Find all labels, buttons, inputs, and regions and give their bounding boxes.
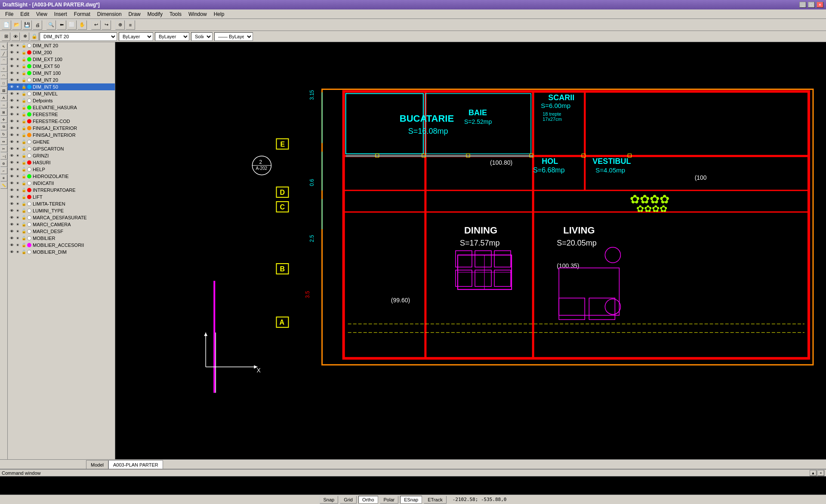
tab-a003[interactable]: A003-PLAN PARTER [108, 460, 163, 469]
menu-help[interactable]: Help [210, 10, 228, 18]
layer-row[interactable]: 👁 ☀ 🔓 DIM_EXT 50 [8, 63, 115, 70]
arc-button[interactable]: ◠ [0, 72, 7, 79]
svg-text:A: A [279, 319, 284, 326]
circle-button[interactable]: ○ [0, 65, 7, 72]
layer-row[interactable]: 👁 ☀ 🔓 MARCI_DESF [8, 228, 115, 235]
close-button[interactable]: × [817, 2, 823, 8]
layer-row[interactable]: 👁 ☀ 🔓 ELEVATIE_HASURA [8, 104, 115, 111]
linetype-dropdown[interactable]: ByLayer [155, 32, 189, 41]
minimize-button[interactable]: _ [799, 2, 806, 8]
layer-row-selected[interactable]: 👁 ☀ 🔓 DIM_INT 50 [8, 83, 115, 90]
zoom-extent-button[interactable]: ⬜ [67, 20, 77, 30]
pan-button[interactable]: ✋ [77, 20, 87, 30]
print-button[interactable]: 🖨 [33, 20, 42, 30]
current-layer-dropdown[interactable]: DIM_INT 20 [40, 32, 117, 41]
undo-button[interactable]: ↩ [91, 20, 101, 30]
layer-row[interactable]: 👁 ☀ 🔓 MOBILIER_DIM [8, 249, 115, 255]
text-button[interactable]: A [0, 94, 7, 101]
layer-row[interactable]: 👁 ☀ 🔓 DIM_INT 20 [8, 42, 115, 49]
layer-row[interactable]: 👁 ☀ 🔓 Defpoints [8, 97, 115, 104]
layer-row[interactable]: 👁 ☀ 🔓 FINISAJ_INTERIOR [8, 132, 115, 138]
layer-manager-button[interactable]: ⊞ [2, 32, 10, 41]
polyline-button[interactable]: ⌒ [0, 58, 7, 65]
layer-row[interactable]: 👁 ☀ 🔓 HELP [8, 166, 115, 173]
line-button[interactable]: ╱ [0, 50, 7, 57]
maximize-button[interactable]: □ [808, 2, 815, 8]
esnap-status-button[interactable]: ESnap [400, 496, 422, 504]
layer-row[interactable]: 👁 ☀ 🔓 GHENE [8, 138, 115, 145]
block-button[interactable]: ⊞ [0, 109, 7, 116]
snap-button[interactable]: ⊕ [115, 20, 125, 30]
dim-button[interactable]: ↔ [0, 101, 7, 108]
mirror-button[interactable]: ⇔ [0, 138, 7, 145]
menu-format[interactable]: Format [71, 10, 94, 18]
layer-row[interactable]: 👁 ☀ 🔓 MOBILIER_ACCESORII [8, 242, 115, 249]
layer-row[interactable]: 👁 ☀ 🔓 DIM_200 [8, 49, 115, 56]
new-button[interactable]: 📄 [2, 20, 11, 30]
snap-status-button[interactable]: Snap [320, 496, 339, 504]
layer-lock-button[interactable]: 🔒 [30, 32, 39, 41]
color-dropdown[interactable]: ByLayer [119, 32, 153, 41]
menu-file[interactable]: File [2, 10, 17, 18]
menu-view[interactable]: View [33, 10, 51, 18]
command-close-button[interactable]: × [817, 470, 824, 476]
menu-insert[interactable]: Insert [51, 10, 71, 18]
menu-window[interactable]: Window [185, 10, 210, 18]
measure-button[interactable]: 📏 [0, 182, 7, 189]
layer-freeze-button[interactable]: ❄ [21, 32, 29, 41]
layer-row[interactable]: 👁 ☀ 🔓 LUMINI_TYPE [8, 207, 115, 214]
menu-dimension[interactable]: Dimension [94, 10, 125, 18]
properties-button[interactable]: ≡ [126, 20, 135, 30]
command-resize-button[interactable]: ▲ [810, 470, 817, 476]
layer-row[interactable]: 👁 ☀ 🔓 FERESTRE-COD [8, 118, 115, 125]
layer-row[interactable]: 👁 ☀ 🔓 MARCI_CAMERA [8, 221, 115, 228]
lineweight-dropdown[interactable]: Solid line [191, 32, 213, 41]
extend-button[interactable]: →| [0, 153, 7, 160]
zoom-prev-button[interactable]: ⬅ [57, 20, 66, 30]
layer-row[interactable]: 👁 ☀ 🔓 HIDROIZOLATIE [8, 173, 115, 180]
offset-button[interactable]: ⊜ [0, 160, 7, 167]
hatch-button[interactable]: ▨ [0, 87, 7, 94]
layer-row[interactable]: 👁 ☀ 🔓 DIM_EXT 100 [8, 56, 115, 63]
zoom-window-button[interactable]: 🔍 [46, 20, 56, 30]
trim-button[interactable]: ✂ [0, 145, 7, 152]
menu-draw[interactable]: Draw [125, 10, 144, 18]
layer-row[interactable]: 👁 ☀ 🔓 FINISAJ_EXTERIOR [8, 125, 115, 132]
layer-lock-icon: 🔓 [21, 194, 26, 200]
open-button[interactable]: 📂 [12, 20, 22, 30]
layer-row[interactable]: 👁 ☀ 🔓 LIMITA-TEREN [8, 200, 115, 207]
layer-row[interactable]: 👁 ☀ 🔓 DIM_INT 20 [8, 77, 115, 83]
command-input[interactable] [0, 488, 826, 494]
layer-row[interactable]: 👁 ☀ 🔓 INDICATII [8, 180, 115, 187]
ortho-status-button[interactable]: Ortho [358, 496, 378, 504]
rotate-button[interactable]: ↻ [0, 131, 7, 138]
menu-tools[interactable]: Tools [166, 10, 185, 18]
layer-row[interactable]: 👁 ☀ 🔓 FERESTRE [8, 111, 115, 118]
explode-button[interactable]: ✳ [0, 175, 7, 181]
layer-visible-button[interactable]: 👁 [11, 32, 20, 41]
layer-row[interactable]: 👁 ☀ 🔓 DIM_INT 100 [8, 70, 115, 77]
polar-status-button[interactable]: Polar [380, 496, 399, 504]
layer-row[interactable]: 👁 ☀ 🔓 INTRERUPATOARE [8, 187, 115, 194]
tab-model[interactable]: Model [86, 460, 108, 469]
redo-button[interactable]: ↪ [102, 20, 111, 30]
copy-button[interactable]: ⧉ [0, 123, 7, 130]
layer-row[interactable]: 👁 ☀ 🔓 GRINZI [8, 152, 115, 159]
cad-viewport[interactable]: BUCATARIE S=16.08mp BAIE S=2.52mp SCARII… [115, 42, 826, 459]
layer-row[interactable]: 👁 ☀ 🔓 HASURI [8, 159, 115, 166]
layer-row[interactable]: 👁 ☀ 🔓 MARCA_DESFASURATE [8, 214, 115, 221]
move-button[interactable]: ✛ [0, 116, 7, 123]
layer-row[interactable]: 👁 ☀ 🔓 MOBILIER [8, 235, 115, 242]
menu-edit[interactable]: Edit [17, 10, 33, 18]
save-button[interactable]: 💾 [22, 20, 32, 30]
select-button[interactable]: ↖ [0, 43, 7, 50]
menu-modify[interactable]: Modify [144, 10, 166, 18]
rect-button[interactable]: □ [0, 80, 7, 86]
layer-row[interactable]: 👁 ☀ 🔓 LIFT [8, 194, 115, 200]
layer-row[interactable]: 👁 ☀ 🔓 GIPSCARTON [8, 145, 115, 152]
fillet-button[interactable]: ⌐ [0, 167, 7, 174]
lineweight2-dropdown[interactable]: —— ByLayer [214, 32, 253, 41]
layer-row[interactable]: 👁 ☀ 🔓 DIM_NIVEL [8, 90, 115, 97]
etrack-status-button[interactable]: ETrack [424, 496, 446, 504]
grid-status-button[interactable]: Grid [340, 496, 357, 504]
